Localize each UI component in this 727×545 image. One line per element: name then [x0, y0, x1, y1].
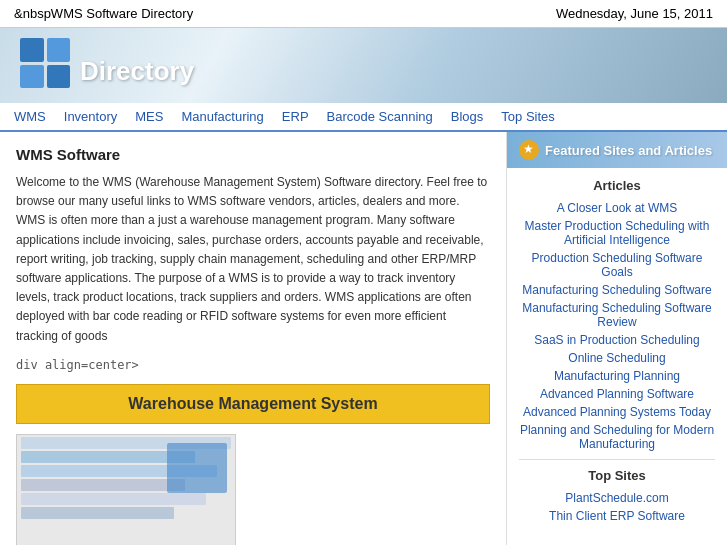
site-title: &nbspWMS Software Directory [14, 6, 193, 21]
sidebar-featured-header: Featured Sites and Articles [507, 132, 727, 168]
topsite-link-0[interactable]: PlantSchedule.com [519, 491, 715, 505]
screenshot-row-5 [21, 493, 206, 505]
article-link-9[interactable]: Advanced Planning Systems Today [519, 405, 715, 419]
article-link-0[interactable]: A Closer Look at WMS [519, 201, 715, 215]
sidebar-divider [519, 459, 715, 460]
nav-item-barcode[interactable]: Barcode Scanning [327, 109, 433, 124]
article-link-1[interactable]: Master Production Scheduling with Artifi… [519, 219, 715, 247]
nav-item-inventory[interactable]: Inventory [64, 109, 117, 124]
screenshot-row-4 [21, 479, 185, 491]
screenshot-block [167, 443, 227, 493]
sidebar: Featured Sites and Articles Articles A C… [507, 132, 727, 545]
topsites-section-title: Top Sites [519, 468, 715, 483]
nav-item-wms[interactable]: WMS [14, 109, 46, 124]
article-link-10[interactable]: Planning and Scheduling for Modern Manuf… [519, 423, 715, 451]
nav-item-mes[interactable]: MES [135, 109, 163, 124]
site-date: Wednesday, June 15, 2011 [556, 6, 713, 21]
content-title: WMS Software [16, 146, 490, 163]
article-link-3[interactable]: Manufacturing Scheduling Software [519, 283, 715, 297]
topsites-section: Top Sites PlantSchedule.com Thin Client … [519, 468, 715, 523]
featured-star-icon [519, 140, 539, 160]
header-banner: Directory [0, 28, 727, 103]
article-link-6[interactable]: Online Scheduling [519, 351, 715, 365]
banner-title: Directory [80, 56, 194, 87]
article-link-5[interactable]: SaaS in Production Scheduling [519, 333, 715, 347]
nav-item-erp[interactable]: ERP [282, 109, 309, 124]
nav-item-blogs[interactable]: Blogs [451, 109, 484, 124]
sidebar-featured-title: Featured Sites and Articles [545, 143, 712, 158]
article-link-8[interactable]: Advanced Planning Software [519, 387, 715, 401]
wms-screenshot [16, 434, 236, 545]
wms-banner: Warehouse Management System [16, 384, 490, 424]
screenshot-row-6 [21, 507, 174, 519]
nav-bar: WMS Inventory MES Manufacturing ERP Barc… [0, 103, 727, 132]
sidebar-content: Articles A Closer Look at WMS Master Pro… [507, 168, 727, 537]
code-line: div align=center> [16, 358, 490, 372]
article-link-4[interactable]: Manufacturing Scheduling Software Review [519, 301, 715, 329]
logo-square-1 [20, 38, 44, 62]
logo-square-3 [20, 65, 44, 89]
article-link-2[interactable]: Production Scheduling Software Goals [519, 251, 715, 279]
top-bar: &nbspWMS Software Directory Wednesday, J… [0, 0, 727, 28]
article-link-7[interactable]: Manufacturing Planning [519, 369, 715, 383]
logo-square-2 [47, 38, 71, 62]
nav-item-manufacturing[interactable]: Manufacturing [181, 109, 263, 124]
nav-item-topsites[interactable]: Top Sites [501, 109, 554, 124]
topsite-link-1[interactable]: Thin Client ERP Software [519, 509, 715, 523]
logo-square-4 [47, 65, 71, 89]
articles-section-title: Articles [519, 178, 715, 193]
content-area: WMS Software Welcome to the WMS (Warehou… [0, 132, 507, 545]
content-body: Welcome to the WMS (Warehouse Management… [16, 173, 490, 346]
site-logo [20, 38, 70, 88]
main-container: WMS Software Welcome to the WMS (Warehou… [0, 132, 727, 545]
